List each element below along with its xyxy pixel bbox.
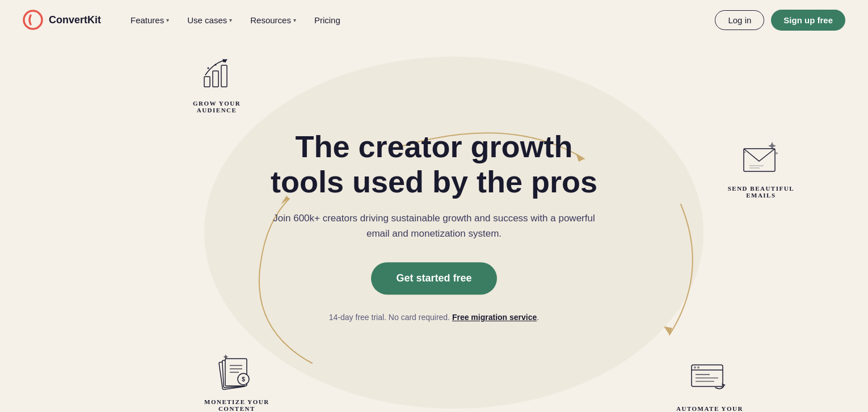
svg-point-0	[24, 11, 42, 29]
chevron-down-icon: ▾	[293, 17, 296, 23]
chevron-down-icon: ▾	[166, 17, 169, 23]
svg-rect-7	[221, 65, 227, 87]
get-started-button[interactable]: Get started free	[371, 262, 496, 295]
navigation: ConvertKit Features ▾ Use cases ▾ Resour…	[0, 0, 868, 40]
monetize-icon: $ ✦	[214, 350, 259, 395]
logo-text: ConvertKit	[49, 14, 101, 26]
nav-links: Features ▾ Use cases ▾ Resources ▾ Prici…	[124, 11, 715, 30]
hero-section: The creator growth tools used by the pro…	[264, 129, 604, 322]
hero-title: The creator growth tools used by the pro…	[264, 129, 604, 199]
migration-link[interactable]: Free migration service	[452, 313, 537, 322]
feature-automate: AUTOMATE YOUR	[676, 356, 743, 412]
svg-marker-3	[664, 326, 672, 335]
feature-monetize: $ ✦ MONETIZE YOURCONTENT	[204, 350, 269, 412]
signup-button[interactable]: Sign up free	[771, 10, 845, 31]
svg-point-14	[744, 152, 746, 153]
logo[interactable]: ConvertKit	[23, 10, 101, 30]
svg-rect-5	[204, 77, 210, 87]
nav-features[interactable]: Features ▾	[124, 11, 176, 30]
svg-point-9	[208, 68, 209, 69]
hero-subtitle: Join 600k+ creators driving sustainable …	[264, 211, 604, 241]
monetize-label: MONETIZE YOURCONTENT	[204, 398, 269, 412]
svg-point-10	[215, 64, 217, 66]
svg-rect-26	[692, 365, 723, 386]
svg-text:$: $	[242, 376, 246, 382]
nav-use-cases[interactable]: Use cases ▾	[180, 11, 239, 30]
feature-grow-audience: GROW YOURAUDIENCE	[193, 51, 241, 113]
svg-marker-33	[721, 384, 726, 386]
grow-audience-label: GROW YOURAUDIENCE	[193, 100, 241, 113]
nav-resources[interactable]: Resources ▾	[243, 11, 303, 30]
trial-info: 14-day free trial. No card required. Fre…	[264, 313, 604, 322]
feature-send-emails: SEND BEAUTIFULEMAILS	[728, 136, 794, 199]
send-emails-label: SEND BEAUTIFULEMAILS	[728, 185, 794, 199]
grow-audience-icon	[194, 51, 239, 96]
svg-text:✦: ✦	[222, 352, 229, 361]
send-emails-icon	[738, 136, 783, 182]
svg-point-29	[697, 367, 700, 369]
svg-rect-6	[213, 71, 218, 87]
svg-point-28	[694, 367, 696, 369]
nav-right: Log in Sign up free	[715, 10, 845, 31]
logo-icon	[23, 10, 43, 30]
automate-label: AUTOMATE YOUR	[676, 405, 743, 412]
chevron-down-icon: ▾	[229, 17, 232, 23]
automate-icon	[687, 356, 732, 402]
svg-point-13	[776, 152, 778, 154]
nav-pricing[interactable]: Pricing	[307, 11, 347, 30]
svg-point-11	[223, 61, 225, 62]
login-button[interactable]: Log in	[715, 10, 764, 30]
